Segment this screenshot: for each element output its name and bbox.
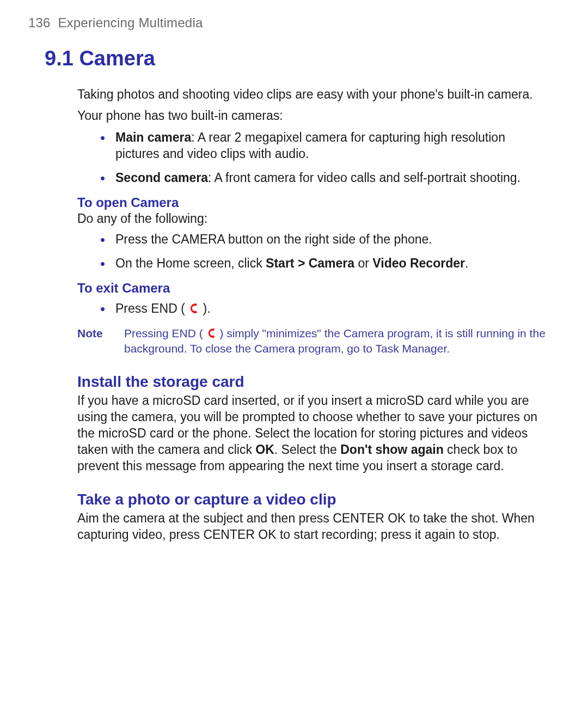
exit-camera-list: Press END ( ). xyxy=(100,301,550,317)
take-photo-heading: Take a photo or capture a video clip xyxy=(77,490,550,509)
intro-paragraph: Taking photos and shooting video clips a… xyxy=(77,87,550,103)
list-item: Press the CAMERA button on the right sid… xyxy=(100,232,550,248)
page-header: 136 Experiencing Multimedia xyxy=(28,14,555,31)
page-number: 136 xyxy=(28,15,51,30)
open-camera-heading: To open Camera xyxy=(77,194,550,211)
cameras-lead: Your phone has two built-in cameras: xyxy=(77,108,550,124)
end-call-icon xyxy=(189,303,198,314)
take-photo-paragraph: Aim the camera at the subject and then p… xyxy=(77,511,550,543)
end-call-icon xyxy=(207,328,216,338)
camera-desc: : A front camera for video calls and sel… xyxy=(208,171,520,185)
list-item: Press END ( ). xyxy=(100,301,550,317)
cameras-list: Main camera: A rear 2 megapixel camera f… xyxy=(100,130,550,186)
note-label: Note xyxy=(77,326,109,357)
camera-name: Main camera xyxy=(115,130,191,144)
open-camera-list: Press the CAMERA button on the right sid… xyxy=(100,232,550,272)
list-item: Main camera: A rear 2 megapixel camera f… xyxy=(100,130,550,162)
open-camera-lead: Do any of the following: xyxy=(77,211,550,227)
exit-camera-heading: To exit Camera xyxy=(77,280,550,296)
body-content: Taking photos and shooting video clips a… xyxy=(77,87,550,543)
list-item: On the Home screen, click Start > Camera… xyxy=(100,256,550,272)
camera-name: Second camera xyxy=(115,171,208,185)
list-item: Second camera: A front camera for video … xyxy=(100,170,550,186)
storage-heading: Install the storage card xyxy=(77,372,550,392)
note-block: Note Pressing END ( ) simply "minimizes"… xyxy=(77,326,550,357)
section-title: 9.1 Camera xyxy=(45,45,555,72)
chapter-title: Experiencing Multimedia xyxy=(58,15,203,30)
storage-paragraph: If you have a microSD card inserted, or … xyxy=(77,393,550,474)
note-body: Pressing END ( ) simply "minimizes" the … xyxy=(124,326,550,357)
